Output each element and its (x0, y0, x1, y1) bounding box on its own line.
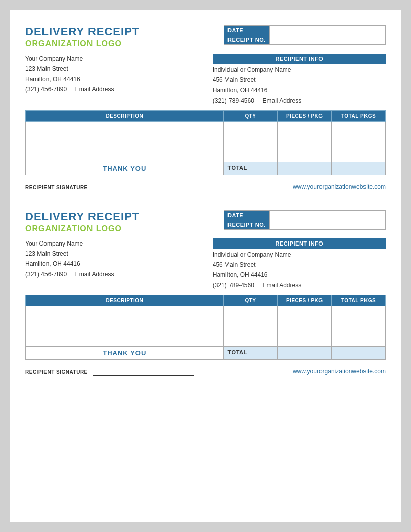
recipient-email-2: Email Address (263, 282, 302, 289)
receipt-2: DELIVERY RECEIPT ORGANIZATION LOGO DATE … (25, 210, 386, 376)
receipt-2-date-section: DATE RECEIPT NO. (224, 210, 386, 230)
sender-address: 123 Main Street (25, 64, 198, 74)
receipt-no-value-2[interactable] (270, 220, 386, 229)
item-description-2[interactable] (26, 306, 224, 347)
receipt-2-recipient-section: RECIPIENT INFO Individual or Company Nam… (213, 238, 386, 291)
header-qty-2: QTY (223, 295, 278, 306)
receipt-1-date-section: DATE RECEIPT NO. (224, 25, 386, 45)
date-row-2: DATE (224, 210, 386, 220)
receipt-divider (25, 201, 386, 201)
sender-phone: (321) 456-7890 (25, 86, 67, 93)
receipt-no-label: RECEIPT NO. (224, 35, 270, 45)
date-value-2[interactable] (270, 210, 386, 220)
sender-phone-email-2: (321) 456-7890 Email Address (25, 269, 198, 279)
signature-line[interactable] (93, 191, 194, 191)
item-pieces-pkg-2[interactable] (278, 306, 332, 347)
signature-label-2: RECIPIENT SIGNATURE (25, 369, 88, 375)
receipt-no-label-2: RECEIPT NO. (224, 220, 270, 229)
sender-email-2: Email Address (75, 271, 114, 278)
receipt-1-items-table: DESCRIPTION QTY PIECES / PKG TOTAL PKGS … (25, 110, 386, 175)
item-pieces-pkg[interactable] (278, 121, 332, 162)
receipt-no-value[interactable] (270, 35, 386, 45)
recipient-info-header-2: RECIPIENT INFO (213, 238, 386, 249)
signature-line-2[interactable] (93, 375, 194, 376)
total-pieces-2[interactable] (278, 347, 332, 360)
signature-label: RECIPIENT SIGNATURE (25, 185, 88, 190)
date-value[interactable] (270, 26, 386, 35)
receipt-1-recipient-section: RECIPIENT INFO Individual or Company Nam… (213, 54, 386, 106)
sender-phone-2: (321) 456-7890 (25, 271, 67, 278)
date-label-2: DATE (224, 210, 270, 220)
header-description-2: DESCRIPTION (26, 295, 224, 306)
receipt-1-title: DELIVERY RECEIPT (25, 25, 140, 38)
total-pkgs-value-2[interactable] (332, 347, 386, 360)
receipt-2-recipient: Individual or Company Name 456 Main Stre… (213, 249, 386, 291)
receipt-1-sender: Your Company Name 123 Main Street Hamilt… (25, 54, 198, 106)
recipient-phone-email-2: (321) 789-4560 Email Address (213, 280, 386, 291)
receipt-2-items-table: DESCRIPTION QTY PIECES / PKG TOTAL PKGS … (25, 295, 386, 360)
receipt-1-logo: ORGANIZATION LOGO (25, 39, 140, 49)
header-total-pkgs: TOTAL PKGS (332, 110, 386, 121)
receipt-no-row-2: RECEIPT NO. (224, 220, 386, 229)
sender-city-2: Hamilton, OH 44416 (25, 259, 198, 269)
table-header-row-2: DESCRIPTION QTY PIECES / PKG TOTAL PKGS (26, 295, 386, 306)
thank-you-2: THANK YOU (26, 347, 224, 360)
receipt-2-title-section: DELIVERY RECEIPT ORGANIZATION LOGO (25, 210, 140, 233)
item-qty-2[interactable] (223, 306, 278, 347)
item-description[interactable] (26, 121, 224, 162)
receipt-1-top-row: DELIVERY RECEIPT ORGANIZATION LOGO DATE … (25, 25, 386, 49)
date-row: DATE (224, 26, 386, 35)
date-label: DATE (224, 26, 270, 35)
receipt-1-date-table: DATE RECEIPT NO. (224, 25, 386, 45)
total-label: TOTAL (223, 162, 278, 175)
website-link[interactable]: www.yourorganizationwebsite.com (293, 183, 386, 190)
website-link-2[interactable]: www.yourorganizationwebsite.com (293, 368, 386, 375)
thank-you: THANK YOU (26, 162, 224, 175)
receipt-2-logo: ORGANIZATION LOGO (25, 224, 140, 233)
header-qty: QTY (223, 110, 278, 121)
receipt-no-row: RECEIPT NO. (224, 35, 386, 45)
total-pieces[interactable] (278, 162, 332, 175)
total-label-2: TOTAL (223, 347, 278, 360)
signature-section: RECIPIENT SIGNATURE (25, 182, 194, 191)
recipient-company-2: Individual or Company Name (213, 250, 386, 260)
total-row: THANK YOU TOTAL (26, 162, 386, 175)
receipt-2-date-table: DATE RECEIPT NO. (224, 210, 386, 230)
receipt-1-recipient: Individual or Company Name 456 Main Stre… (213, 64, 386, 106)
recipient-email: Email Address (263, 97, 302, 104)
recipient-city: Hamilton, OH 44416 (213, 85, 386, 95)
signature-section-2: RECIPIENT SIGNATURE (25, 367, 194, 376)
receipt-1-title-section: DELIVERY RECEIPT ORGANIZATION LOGO (25, 25, 140, 49)
recipient-address: 456 Main Street (213, 75, 386, 85)
total-pkgs-value[interactable] (332, 162, 386, 175)
receipt-1-signature-row: RECIPIENT SIGNATURE www.yourorganization… (25, 182, 386, 191)
recipient-city-2: Hamilton, OH 44416 (213, 270, 386, 280)
receipt-2-title: DELIVERY RECEIPT (25, 210, 140, 223)
sender-email: Email Address (75, 86, 114, 93)
table-row (26, 121, 386, 162)
receipt-2-signature-row: RECIPIENT SIGNATURE www.yourorganization… (25, 367, 386, 376)
sender-company: Your Company Name (25, 54, 198, 64)
recipient-info-header: RECIPIENT INFO (213, 54, 386, 64)
total-row-2: THANK YOU TOTAL (26, 347, 386, 360)
header-pieces-pkg-2: PIECES / PKG (278, 295, 332, 306)
header-description: DESCRIPTION (26, 110, 224, 121)
header-pieces-pkg: PIECES / PKG (278, 110, 332, 121)
sender-city: Hamilton, OH 44416 (25, 74, 198, 84)
item-total-pkgs-2[interactable] (332, 306, 386, 347)
page: DELIVERY RECEIPT ORGANIZATION LOGO DATE … (10, 10, 401, 522)
receipt-2-info-row: Your Company Name 123 Main Street Hamilt… (25, 238, 386, 291)
receipt-1: DELIVERY RECEIPT ORGANIZATION LOGO DATE … (25, 25, 386, 191)
header-total-pkgs-2: TOTAL PKGS (332, 295, 386, 306)
item-total-pkgs[interactable] (332, 121, 386, 162)
recipient-company: Individual or Company Name (213, 65, 386, 75)
receipt-2-sender: Your Company Name 123 Main Street Hamilt… (25, 238, 198, 291)
sender-company-2: Your Company Name (25, 238, 198, 249)
table-row-2 (26, 306, 386, 347)
item-qty[interactable] (223, 121, 278, 162)
recipient-phone: (321) 789-4560 (213, 97, 254, 104)
sender-address-2: 123 Main Street (25, 249, 198, 259)
recipient-phone-email: (321) 789-4560 Email Address (213, 95, 386, 106)
table-header-row: DESCRIPTION QTY PIECES / PKG TOTAL PKGS (26, 110, 386, 121)
recipient-address-2: 456 Main Street (213, 260, 386, 270)
